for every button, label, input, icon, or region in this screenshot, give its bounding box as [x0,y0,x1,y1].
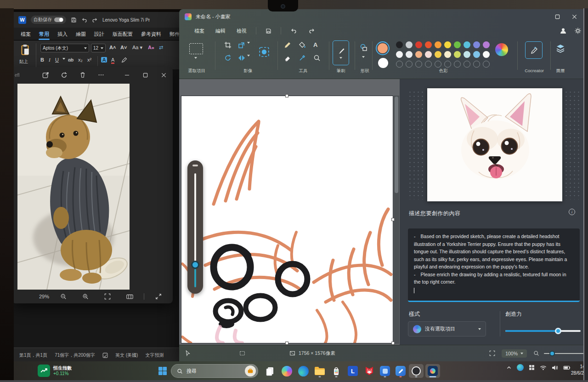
word-tab[interactable]: 參考資料 [137,29,165,40]
color-swatch[interactable] [435,41,441,48]
settings-gear-icon[interactable] [574,27,582,34]
autosave-toggle[interactable]: 自動儲存 [31,16,66,24]
layers-icon[interactable] [555,43,566,54]
save-icon[interactable] [71,17,77,23]
selection-chevron-icon[interactable] [194,59,197,67]
color-swatch[interactable] [425,51,432,58]
strikethrough-icon[interactable]: ab [68,57,74,63]
superscript-icon[interactable]: x² [87,57,91,63]
start-button[interactable] [158,366,167,376]
fit-to-screen-icon[interactable] [489,350,495,356]
paint-menu-item[interactable]: 編輯 [210,26,231,36]
taskbar-app-mcafee[interactable] [362,364,377,378]
color-swatch[interactable] [425,41,432,48]
empty-color-slot[interactable] [454,61,461,68]
speaker-icon[interactable] [552,365,558,371]
color-swatch[interactable] [464,51,470,58]
undo-icon[interactable] [285,26,302,36]
generated-image-preview[interactable] [427,88,562,201]
color-swatch[interactable] [444,41,451,48]
magnifier-tool-icon[interactable] [313,54,321,62]
slider-track-filled[interactable] [194,269,196,287]
color-swatch[interactable] [464,41,470,48]
delete-image-icon[interactable] [75,69,90,81]
spellcheck-icon[interactable] [102,353,108,358]
empty-color-slot[interactable] [415,61,422,68]
slider-handle[interactable] [555,328,561,334]
empty-color-slot[interactable] [435,61,441,68]
taskbar-app-edge[interactable] [296,364,311,378]
canvas-resize-handle-corner[interactable] [391,342,395,345]
taskbar-app-documents[interactable] [263,364,277,378]
canvas-resize-handle-bottom[interactable] [285,342,288,345]
fit-to-window-icon[interactable] [100,291,115,302]
zoom-slider-handle[interactable] [549,351,555,356]
tray-app-icon[interactable] [529,365,535,371]
pencil-tool-icon[interactable] [284,41,291,49]
search-box[interactable]: 搜尋 [171,364,258,378]
canvas-resize-handle-top[interactable] [285,94,288,97]
underline-icon[interactable]: U [55,57,59,63]
color-swatch[interactable] [473,41,480,48]
word-word-count[interactable]: 71個字，共200個字 [55,352,95,359]
word-tab[interactable]: 檔案 [17,29,35,40]
tray-chevron-up-icon[interactable] [506,365,512,371]
slider-track[interactable] [194,173,196,262]
word-text-predictions[interactable]: 文字預測 [145,352,164,359]
resize-chevron-icon[interactable] [247,44,250,52]
color-picker-tool-icon[interactable] [299,54,306,62]
taskbar-app-designer[interactable] [425,364,440,378]
paint-canvas[interactable] [181,96,393,343]
word-language[interactable]: 英文 (美國) [115,352,138,359]
photos-zoom-level[interactable]: 29% [39,294,49,299]
empty-color-slot[interactable] [464,61,470,68]
italic-icon[interactable]: I [49,57,51,63]
change-case-icon[interactable]: Aa ▾ [132,45,142,51]
account-icon[interactable] [560,27,567,34]
color-swatch[interactable] [444,51,451,58]
selected-color-swatch[interactable] [376,41,390,55]
empty-color-slot[interactable] [396,61,403,68]
clear-format-icon[interactable]: A⁎ [148,45,154,51]
paint-menu-item[interactable]: 檔案 [189,26,210,36]
canvas-resize-handle-right[interactable] [391,218,395,221]
flip-icon[interactable] [238,54,245,62]
undo-icon[interactable] [81,17,87,23]
save-icon[interactable] [260,26,277,36]
resize-icon[interactable] [238,41,245,49]
maximize-icon[interactable] [555,14,560,19]
close-icon[interactable] [154,69,173,81]
empty-color-slot[interactable] [473,61,480,68]
taskbar-app-paint[interactable] [393,364,408,378]
taskbar-app-copilot[interactable] [279,364,294,378]
translate-icon[interactable]: ⇄ [159,45,163,51]
close-icon[interactable] [572,14,577,19]
shapes-tool-icon[interactable] [359,43,368,52]
bold-icon[interactable]: B [40,57,44,63]
widgets-button[interactable]: 恒生指數 +0.11% [38,365,72,377]
word-tab[interactable]: 設計 [90,29,108,40]
color-swatch[interactable] [454,51,461,58]
color-swatch[interactable] [406,51,413,58]
empty-color-slot[interactable] [483,61,490,68]
font-name-select[interactable]: Aptos (本文) [40,44,89,52]
info-icon[interactable]: i [569,209,575,215]
rotate-icon[interactable] [224,54,232,62]
flip-chevron-icon[interactable] [247,57,250,65]
subscript-icon[interactable]: x₂ [78,57,83,63]
more-options-icon[interactable] [93,69,109,81]
redo-icon[interactable] [92,17,98,23]
zoom-level-dropdown[interactable]: 100% [502,349,527,358]
grow-font-icon[interactable]: A˄ [109,45,116,50]
paint-menu-item[interactable]: 檢視 [231,26,252,36]
underline-chevron-icon[interactable] [62,60,65,65]
zoom-in-icon[interactable] [78,291,93,302]
selection-tool-icon[interactable] [189,43,203,54]
image-options-icon[interactable] [258,46,270,58]
creativity-slider[interactable] [505,328,581,334]
maximize-icon[interactable] [136,69,154,81]
taskbar-app-store[interactable] [329,364,344,378]
taskbar-app-snipping-tool[interactable] [409,364,424,378]
word-tab[interactable]: 版面配置 [108,29,137,40]
color-swatch[interactable] [435,51,441,58]
